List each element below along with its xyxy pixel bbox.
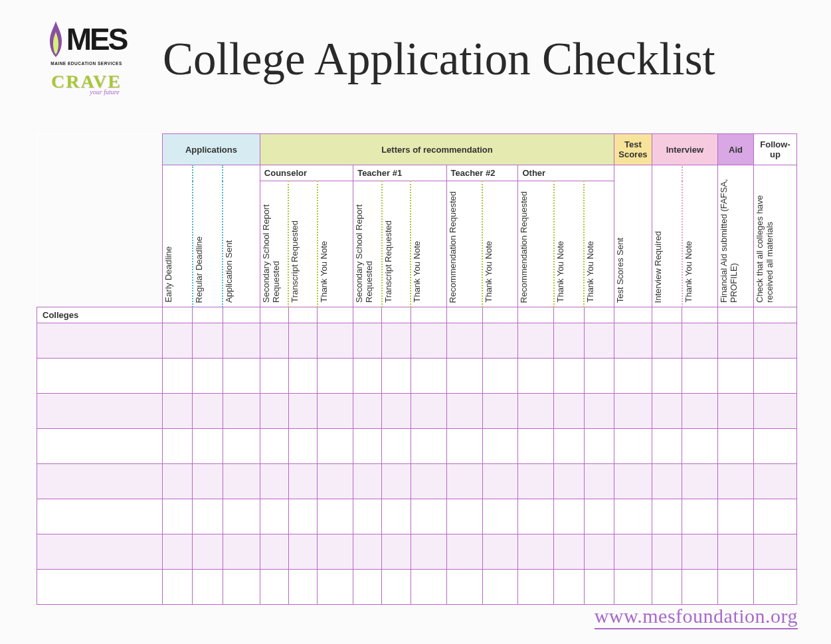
- cell[interactable]: [193, 429, 223, 464]
- cell[interactable]: [193, 570, 223, 605]
- cell[interactable]: [682, 394, 718, 429]
- cell[interactable]: [318, 323, 353, 359]
- cell[interactable]: [353, 570, 382, 605]
- cell[interactable]: [482, 464, 518, 499]
- cell[interactable]: [193, 534, 223, 570]
- cell[interactable]: [162, 499, 192, 534]
- cell[interactable]: [162, 429, 192, 464]
- cell[interactable]: [652, 359, 682, 394]
- cell[interactable]: [482, 429, 518, 464]
- cell[interactable]: [584, 394, 614, 429]
- cell[interactable]: [223, 359, 260, 394]
- cell[interactable]: [518, 570, 554, 605]
- cell[interactable]: [482, 323, 518, 359]
- cell[interactable]: [223, 464, 260, 499]
- cell[interactable]: [382, 359, 411, 394]
- cell[interactable]: [518, 534, 554, 570]
- cell[interactable]: [223, 429, 260, 464]
- cell[interactable]: [554, 570, 584, 605]
- cell[interactable]: [260, 570, 288, 605]
- cell[interactable]: [353, 359, 382, 394]
- cell[interactable]: [554, 429, 584, 464]
- cell[interactable]: [162, 570, 192, 605]
- cell[interactable]: [223, 534, 260, 570]
- cell[interactable]: [614, 429, 652, 464]
- cell[interactable]: [318, 499, 353, 534]
- cell[interactable]: [411, 359, 446, 394]
- cell[interactable]: [584, 570, 614, 605]
- cell[interactable]: [162, 359, 192, 394]
- cell[interactable]: [411, 499, 446, 534]
- cell[interactable]: [260, 464, 288, 499]
- cell[interactable]: [382, 464, 411, 499]
- cell[interactable]: [614, 464, 652, 499]
- cell[interactable]: [446, 429, 482, 464]
- cell[interactable]: [37, 394, 163, 429]
- cell[interactable]: [37, 499, 163, 534]
- cell[interactable]: [37, 429, 163, 464]
- cell[interactable]: [353, 394, 382, 429]
- cell[interactable]: [518, 394, 554, 429]
- cell[interactable]: [518, 499, 554, 534]
- cell[interactable]: [193, 394, 223, 429]
- cell[interactable]: [382, 394, 411, 429]
- cell[interactable]: [37, 323, 163, 359]
- cell[interactable]: [318, 464, 353, 499]
- cell[interactable]: [411, 464, 446, 499]
- cell[interactable]: [652, 323, 682, 359]
- cell[interactable]: [318, 534, 353, 570]
- cell[interactable]: [584, 534, 614, 570]
- cell[interactable]: [718, 323, 754, 359]
- cell[interactable]: [554, 323, 584, 359]
- cell[interactable]: [382, 534, 411, 570]
- cell[interactable]: [446, 534, 482, 570]
- cell[interactable]: [318, 429, 353, 464]
- cell[interactable]: [652, 499, 682, 534]
- cell[interactable]: [260, 499, 288, 534]
- cell[interactable]: [223, 323, 260, 359]
- cell[interactable]: [223, 570, 260, 605]
- cell[interactable]: [652, 570, 682, 605]
- cell[interactable]: [288, 499, 317, 534]
- cell[interactable]: [754, 534, 797, 570]
- cell[interactable]: [652, 464, 682, 499]
- cell[interactable]: [584, 323, 614, 359]
- cell[interactable]: [411, 323, 446, 359]
- cell[interactable]: [162, 464, 192, 499]
- cell[interactable]: [718, 359, 754, 394]
- cell[interactable]: [353, 464, 382, 499]
- cell[interactable]: [288, 534, 317, 570]
- cell[interactable]: [193, 359, 223, 394]
- cell[interactable]: [584, 464, 614, 499]
- cell[interactable]: [482, 394, 518, 429]
- cell[interactable]: [411, 394, 446, 429]
- cell[interactable]: [682, 570, 718, 605]
- cell[interactable]: [446, 359, 482, 394]
- cell[interactable]: [411, 570, 446, 605]
- cell[interactable]: [288, 359, 317, 394]
- cell[interactable]: [718, 394, 754, 429]
- cell[interactable]: [682, 464, 718, 499]
- cell[interactable]: [260, 323, 288, 359]
- cell[interactable]: [754, 394, 797, 429]
- cell[interactable]: [718, 570, 754, 605]
- cell[interactable]: [193, 499, 223, 534]
- cell[interactable]: [584, 359, 614, 394]
- cell[interactable]: [754, 359, 797, 394]
- cell[interactable]: [518, 429, 554, 464]
- cell[interactable]: [718, 464, 754, 499]
- cell[interactable]: [318, 394, 353, 429]
- cell[interactable]: [614, 359, 652, 394]
- cell[interactable]: [482, 570, 518, 605]
- cell[interactable]: [446, 464, 482, 499]
- cell[interactable]: [37, 534, 163, 570]
- cell[interactable]: [652, 534, 682, 570]
- cell[interactable]: [446, 394, 482, 429]
- cell[interactable]: [288, 429, 317, 464]
- cell[interactable]: [353, 429, 382, 464]
- cell[interactable]: [353, 323, 382, 359]
- cell[interactable]: [614, 534, 652, 570]
- cell[interactable]: [353, 534, 382, 570]
- cell[interactable]: [382, 499, 411, 534]
- cell[interactable]: [518, 464, 554, 499]
